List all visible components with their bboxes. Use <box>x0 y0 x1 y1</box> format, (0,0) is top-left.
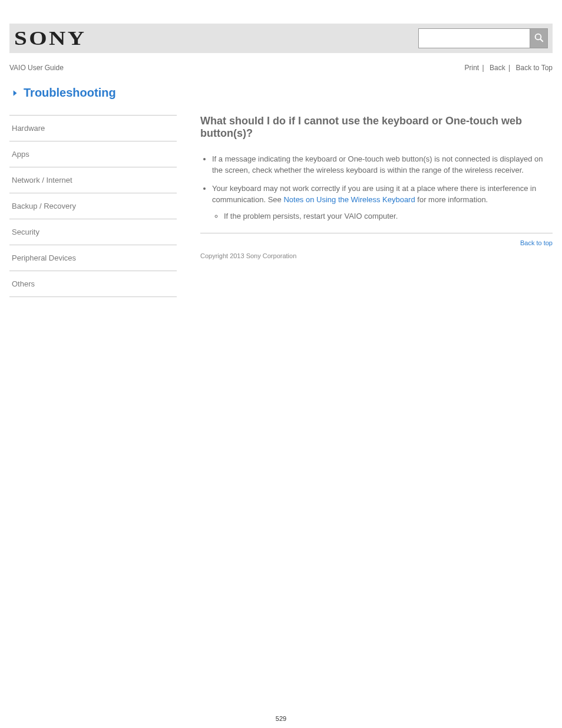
section-headline-text: Troubleshooting <box>24 86 116 100</box>
main-content: What should I do if I cannot use the key… <box>177 115 553 297</box>
chevron-right-icon <box>9 89 20 97</box>
list-item-text: for more information. <box>415 195 488 204</box>
separator: | <box>508 64 510 72</box>
back-to-top-inline[interactable]: Back to top <box>520 239 553 246</box>
sub-list-item: If the problem persists, restart your VA… <box>224 211 553 222</box>
sidebar-nav: Hardware Apps Network / Internet Backup … <box>9 115 177 297</box>
article-list: If a message indicating the keyboard or … <box>200 154 553 222</box>
model-label: VAIO User Guide <box>9 64 64 72</box>
separator: | <box>482 64 484 72</box>
svg-point-0 <box>535 34 541 39</box>
top-links: Print | Back | Back to Top <box>462 64 553 72</box>
search-button[interactable] <box>530 28 548 48</box>
sidebar-item-others[interactable]: Others <box>9 271 177 297</box>
search-icon <box>534 32 544 45</box>
sidebar-item-hardware[interactable]: Hardware <box>9 115 177 141</box>
sidebar-item-peripheral[interactable]: Peripheral Devices <box>9 245 177 271</box>
search-input[interactable] <box>418 28 530 48</box>
back-to-top-link[interactable]: Back to Top <box>516 64 553 72</box>
sidebar-item-apps[interactable]: Apps <box>9 141 177 167</box>
back-link[interactable]: Back <box>490 64 505 72</box>
copyright-text: Copyright 2013 Sony Corporation <box>200 252 553 259</box>
search-form <box>418 28 548 48</box>
brand-logo: SONY <box>14 27 86 50</box>
section-headline: Troubleshooting <box>9 86 553 100</box>
divider <box>200 233 553 233</box>
list-item: Your keyboard may not work correctly if … <box>212 183 553 223</box>
article-title: What should I do if I cannot use the key… <box>200 115 553 140</box>
list-item: If a message indicating the keyboard or … <box>212 154 553 176</box>
print-link[interactable]: Print <box>465 64 480 72</box>
header-bar: SONY <box>9 24 553 53</box>
svg-line-1 <box>540 39 543 42</box>
sidebar-item-backup[interactable]: Backup / Recovery <box>9 193 177 219</box>
top-row: VAIO User Guide Print | Back | Back to T… <box>9 64 553 72</box>
sidebar-item-network[interactable]: Network / Internet <box>9 167 177 193</box>
inline-link[interactable]: Notes on Using the Wireless Keyboard <box>283 195 415 204</box>
sidebar-item-security[interactable]: Security <box>9 219 177 245</box>
page-number: 529 <box>0 715 562 722</box>
